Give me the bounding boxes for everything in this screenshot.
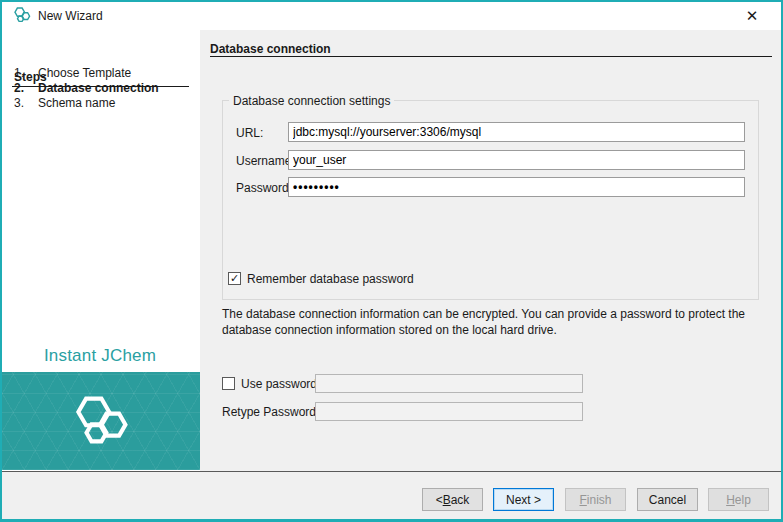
step-label: Database connection <box>38 81 159 95</box>
page-title-rule <box>210 56 772 57</box>
next-button[interactable]: Next > <box>493 488 554 511</box>
help-button: Help <box>708 488 769 511</box>
username-label: Username: <box>236 154 295 168</box>
page-title: Database connection <box>210 42 331 56</box>
close-icon[interactable]: ✕ <box>735 4 769 28</box>
retype-password-label: Retype Password: <box>222 405 319 419</box>
password-input[interactable] <box>288 177 745 197</box>
button-text: inish <box>587 493 612 507</box>
step-number: 1. <box>14 66 24 80</box>
window-title: New Wizard <box>38 9 103 23</box>
hexagon-logo-icon <box>72 392 130 450</box>
finish-button: Finish <box>565 488 626 511</box>
checkmark-icon: ✓ <box>230 273 239 284</box>
button-mnemonic: H <box>726 493 735 507</box>
url-input[interactable] <box>288 122 745 142</box>
username-input[interactable] <box>288 150 745 170</box>
groupbox-title: Database connection settings <box>229 94 394 108</box>
step-label: Choose Template <box>38 66 131 80</box>
button-text: elp <box>735 493 751 507</box>
sidebar-step-database-connection: 2. Database connection <box>0 81 200 97</box>
step-number: 2. <box>14 81 24 95</box>
brand-wordmark: Instant JChem <box>0 346 200 366</box>
new-wizard-dialog: New Wizard ✕ Steps 1. Choose Template 2.… <box>0 0 783 522</box>
use-password-label: Use password: <box>241 377 320 391</box>
title-bar[interactable]: New Wizard ✕ <box>0 0 783 30</box>
step-number: 3. <box>14 96 24 110</box>
remember-password-checkbox[interactable]: ✓ <box>228 272 241 285</box>
retype-password-input <box>315 402 583 421</box>
button-text: ack <box>451 493 470 507</box>
sidebar-step-choose-template: 1. Choose Template <box>0 66 200 82</box>
cancel-button[interactable]: Cancel <box>637 488 698 511</box>
button-mnemonic: F <box>579 493 586 507</box>
step-label: Schema name <box>38 96 115 110</box>
url-label: URL: <box>236 126 263 140</box>
back-button[interactable]: < Back <box>422 488 483 511</box>
sidebar-step-schema-name: 3. Schema name <box>0 96 200 112</box>
app-logo-icon <box>13 6 31 24</box>
button-mnemonic: B <box>443 493 451 507</box>
button-text: Next > <box>506 493 541 507</box>
brand-logo-panel <box>2 372 200 470</box>
use-password-checkbox[interactable] <box>222 377 235 390</box>
encryption-info-text: The database connection information can … <box>222 306 778 338</box>
use-password-input <box>315 374 583 393</box>
password-label: Password: <box>236 181 292 195</box>
remember-password-label: Remember database password <box>247 272 414 286</box>
button-text: < <box>436 493 443 507</box>
button-text: Cancel <box>649 493 686 507</box>
